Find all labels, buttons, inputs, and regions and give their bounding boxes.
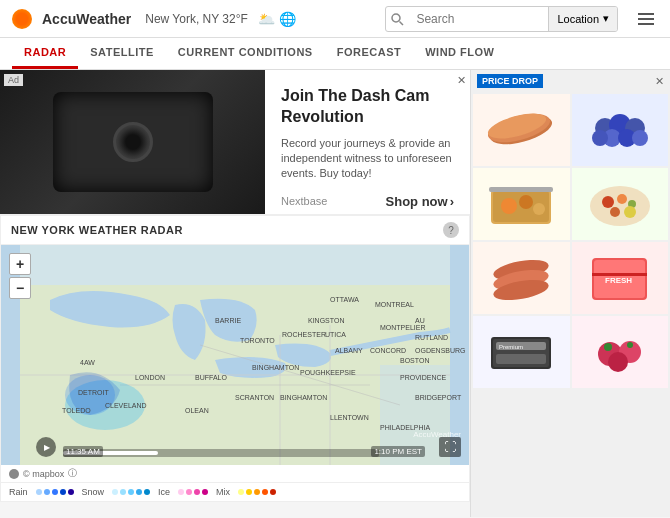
ice-dot-1 xyxy=(178,489,184,495)
svg-point-58 xyxy=(501,198,517,214)
tab-satellite[interactable]: SATELLITE xyxy=(78,38,166,69)
ad-brand: Nextbase xyxy=(281,195,327,207)
mapbox-label: © mapbox xyxy=(23,469,64,479)
ad-footer: Nextbase Shop now › xyxy=(281,194,454,209)
svg-text:ROCHESTER: ROCHESTER xyxy=(282,331,326,338)
food-image-8 xyxy=(572,316,669,388)
header: AccuWeather New York, NY 32°F 🌥️ 🌐 Locat… xyxy=(0,0,670,38)
ad-text-area: Join The Dash Cam Revolution Record your… xyxy=(265,70,470,214)
tab-wind-flow[interactable]: WIND FLOW xyxy=(413,38,506,69)
rain-dot-5 xyxy=(68,489,74,495)
dash-cam-image xyxy=(53,92,213,192)
main-content: Ad ✕ Join The Dash Cam Revolution Record… xyxy=(0,70,670,517)
svg-text:CONCORD: CONCORD xyxy=(370,347,406,354)
food-item-sausage[interactable] xyxy=(473,94,570,166)
ice-dot-3 xyxy=(194,489,200,495)
weather-condition-icon: 🌥️ 🌐 xyxy=(258,11,296,27)
blueberry-image xyxy=(580,100,660,160)
zoom-out-button[interactable]: − xyxy=(9,277,31,299)
map-container[interactable]: OTTAWA MONTREAL KINGSTON MONTPELIER AU B… xyxy=(1,245,469,465)
play-icon: ▶ xyxy=(44,443,50,452)
timestamp-start: 11:35 AM xyxy=(63,446,103,457)
rain-dot-1 xyxy=(36,489,42,495)
left-column: Ad ✕ Join The Dash Cam Revolution Record… xyxy=(0,70,470,517)
svg-text:AU: AU xyxy=(415,317,425,324)
mapbox-logo xyxy=(9,469,19,479)
location-info: New York, NY 32°F xyxy=(145,12,248,26)
svg-text:LLENTOWN: LLENTOWN xyxy=(330,414,369,421)
mix-dot-2 xyxy=(246,489,252,495)
casserole-image xyxy=(481,174,561,234)
food-item-package[interactable]: FRESH xyxy=(572,242,669,314)
accuweather-logo-icon xyxy=(12,9,32,29)
search-input[interactable] xyxy=(408,12,548,26)
timeline[interactable] xyxy=(63,449,379,457)
svg-point-0 xyxy=(392,14,400,22)
svg-text:MONTREAL: MONTREAL xyxy=(375,301,414,308)
play-button[interactable]: ▶ xyxy=(36,437,56,457)
charcuterie-image xyxy=(580,174,660,234)
svg-point-66 xyxy=(610,207,620,217)
timestamp-end: 1:10 PM EST xyxy=(371,446,425,457)
ice-dots xyxy=(178,489,208,495)
ice-dot-2 xyxy=(186,489,192,495)
rain-dot-2 xyxy=(44,489,50,495)
svg-text:ALBANY: ALBANY xyxy=(335,347,363,354)
svg-text:OLEAN: OLEAN xyxy=(185,407,209,414)
food-image-1 xyxy=(473,94,570,166)
berries-image xyxy=(580,322,660,382)
rain-label: Rain xyxy=(9,487,28,497)
food-image-6: FRESH xyxy=(572,242,669,314)
svg-rect-74 xyxy=(592,273,647,276)
shop-now-button[interactable]: Shop now › xyxy=(386,194,454,209)
svg-text:CLEVELAND: CLEVELAND xyxy=(105,402,147,409)
location-button[interactable]: Location ▾ xyxy=(548,7,617,31)
ad-close-button[interactable]: ✕ xyxy=(457,74,466,87)
tab-current-conditions[interactable]: CURRENT CONDITIONS xyxy=(166,38,325,69)
svg-text:TOLEDO: TOLEDO xyxy=(62,407,91,414)
ice-label: Ice xyxy=(158,487,170,497)
deli-image: Premium xyxy=(481,322,561,382)
expand-button[interactable]: ⛶ xyxy=(439,437,461,457)
ad-image xyxy=(0,70,265,214)
right-ad-close-button[interactable]: ✕ xyxy=(655,75,664,88)
map-zoom-controls: + − xyxy=(9,253,31,299)
svg-text:UTICA: UTICA xyxy=(325,331,346,338)
right-ad-header: PRICE DROP ✕ xyxy=(471,70,670,92)
food-item-deli[interactable]: Premium xyxy=(473,316,570,388)
snow-dot-1 xyxy=(112,489,118,495)
radar-help-button[interactable]: ? xyxy=(443,222,459,238)
mix-dot-5 xyxy=(270,489,276,495)
tab-forecast[interactable]: FORECAST xyxy=(325,38,414,69)
tab-radar[interactable]: RADAR xyxy=(12,38,78,69)
svg-text:BARRIE: BARRIE xyxy=(215,317,241,324)
ad-banner: Ad ✕ Join The Dash Cam Revolution Record… xyxy=(0,70,470,215)
food-item-berries[interactable] xyxy=(572,316,669,388)
snow-dot-2 xyxy=(120,489,126,495)
svg-text:RUTLAND: RUTLAND xyxy=(415,334,448,341)
food-item-charcuterie[interactable] xyxy=(572,168,669,240)
svg-text:FRESH: FRESH xyxy=(605,276,632,285)
svg-text:MONTPELIER: MONTPELIER xyxy=(380,324,426,331)
svg-rect-79 xyxy=(496,354,546,364)
food-item-casserole[interactable] xyxy=(473,168,570,240)
brand-name: AccuWeather xyxy=(42,11,131,27)
radar-header: NEW YORK WEATHER RADAR ? xyxy=(1,216,469,245)
snow-dot-3 xyxy=(128,489,134,495)
accuweather-watermark: AccuWeather xyxy=(413,430,461,439)
svg-point-59 xyxy=(519,195,533,209)
food-item-blueberries[interactable] xyxy=(572,94,669,166)
zoom-in-button[interactable]: + xyxy=(9,253,31,275)
svg-point-62 xyxy=(590,186,650,226)
svg-text:BUFFALO: BUFFALO xyxy=(195,374,227,381)
mix-dot-3 xyxy=(254,489,260,495)
cam-lens xyxy=(113,122,153,162)
package-image: FRESH xyxy=(580,248,660,308)
menu-button[interactable] xyxy=(634,9,658,29)
food-item-hot-dogs[interactable] xyxy=(473,242,570,314)
svg-point-67 xyxy=(624,206,636,218)
svg-point-60 xyxy=(533,203,545,215)
svg-point-55 xyxy=(632,130,648,146)
ice-dot-4 xyxy=(202,489,208,495)
mix-dots xyxy=(238,489,276,495)
